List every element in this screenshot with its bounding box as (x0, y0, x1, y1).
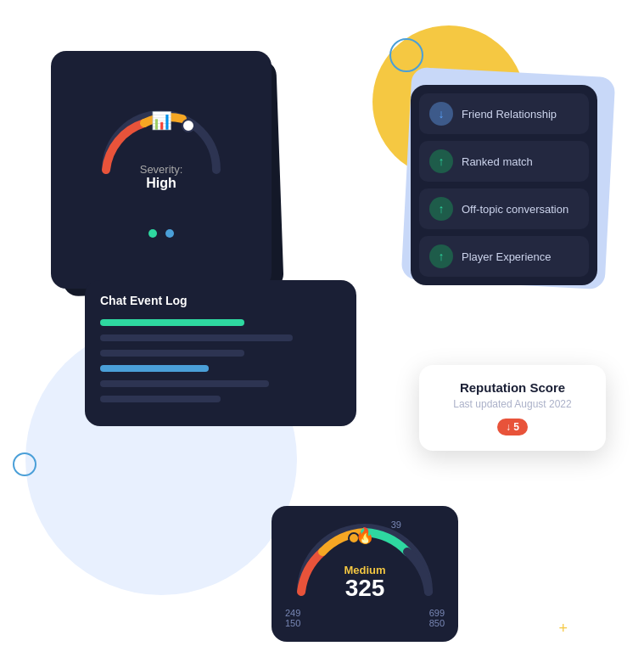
gauge-label-150: 150 (285, 618, 300, 628)
bar-chart-icon: 📊 (151, 110, 172, 131)
reputation-title: Reputation Score (436, 380, 589, 395)
reputation-badge: ↓ 5 (497, 419, 528, 435)
category-item-offtopic: ↑ Off-topic conversation (419, 188, 589, 229)
log-bar-dark1 (100, 334, 293, 341)
reputation-card: Reputation Score Last updated August 202… (419, 365, 606, 451)
severity-label-container: Severity: High (140, 163, 183, 191)
category-item-ranked: ↑ Ranked match (419, 141, 589, 182)
plus-decoration-2: + (558, 620, 568, 638)
bottom-gauge-number: 325 (344, 576, 385, 600)
bottom-gauge-value-container: Medium 325 (344, 564, 385, 600)
chat-log-title: Chat Event Log (100, 294, 341, 307)
svg-point-0 (182, 120, 194, 132)
dot-blue (165, 229, 174, 238)
bottom-gauge-icon: 🔥 (356, 526, 374, 545)
bg-circle-outline-blue (389, 38, 423, 72)
chat-log-card: Chat Event Log (85, 280, 356, 426)
log-bar-dark2 (100, 350, 244, 357)
bottom-gauge-card: 🔥 39 Medium 325 249 150 699 (272, 506, 458, 642)
gauge-label-850: 850 (429, 618, 445, 628)
category-item-experience: ↑ Player Experience (419, 236, 589, 277)
experience-label: Player Experience (462, 250, 552, 263)
gauge-container: 📊 Severity: High (93, 102, 229, 178)
gauge-right-labels: 699 850 (429, 608, 445, 628)
reputation-badge-text: ↓ 5 (506, 421, 519, 433)
severity-dots (148, 229, 174, 238)
gauge-label-249: 249 (285, 608, 300, 618)
gauge-labels-row: 249 150 699 850 (285, 608, 445, 628)
log-row-5 (100, 380, 341, 387)
bg-circle-outline-small (13, 452, 36, 476)
gauge-top-label: 39 (391, 520, 401, 530)
bottom-gauge-container: 🔥 39 Medium 325 (293, 520, 437, 604)
log-row-6 (100, 396, 341, 402)
offtopic-label: Off-topic conversation (462, 203, 568, 216)
gauge-left-labels: 249 150 (285, 608, 300, 628)
severity-value: High (146, 176, 176, 190)
log-bar-dark4 (100, 396, 221, 402)
log-row-4 (100, 365, 341, 372)
friend-direction-icon: ↓ (429, 102, 453, 126)
categories-card: ↓ Friend Relationship ↑ Ranked match ↑ O… (411, 85, 597, 285)
log-row-1 (100, 319, 341, 326)
category-item-friend: ↓ Friend Relationship (419, 93, 589, 134)
ranked-label: Ranked match (462, 155, 533, 168)
offtopic-direction-icon: ↑ (429, 197, 453, 221)
gauge-label-699: 699 (429, 608, 445, 618)
log-bar-dark3 (100, 380, 269, 387)
ranked-direction-icon: ↑ (429, 149, 453, 173)
log-row-2 (100, 334, 341, 341)
log-row-3 (100, 350, 341, 357)
reputation-subtitle: Last updated August 2022 (436, 398, 589, 410)
friend-label: Friend Relationship (462, 108, 557, 121)
severity-card: 📊 Severity: High (51, 51, 272, 289)
severity-label: Severity: (140, 163, 183, 176)
log-bar-green (100, 319, 244, 326)
log-bar-blue (100, 365, 209, 372)
dot-green (148, 229, 157, 238)
experience-direction-icon: ↑ (429, 244, 453, 268)
